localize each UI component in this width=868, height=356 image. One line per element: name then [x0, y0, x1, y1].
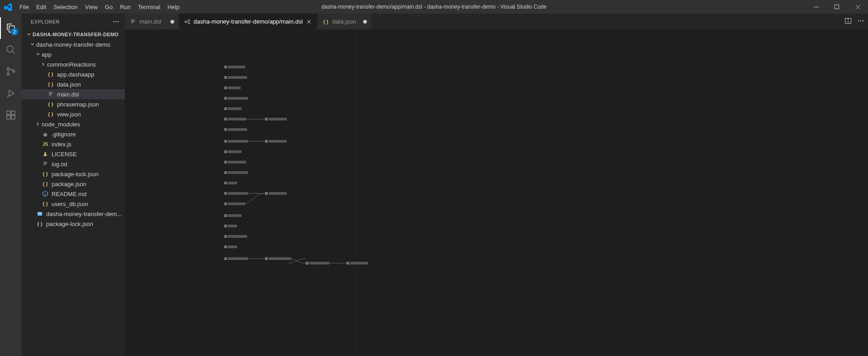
file-tree[interactable]: dasha-money-transfer-demoappcommonReacti…	[22, 39, 125, 356]
graph-node[interactable]	[224, 202, 245, 205]
graph-node[interactable]	[224, 235, 247, 238]
node-port[interactable]	[224, 171, 227, 174]
tree-file[interactable]: { }data.json	[22, 79, 125, 89]
graph-node[interactable]	[224, 257, 248, 260]
tab-main-dsl-graph[interactable]: dasha-money-transfer-demo/app/main.dsl	[179, 14, 318, 29]
node-body[interactable]	[228, 118, 246, 120]
tree-file[interactable]: { }view.json	[22, 109, 125, 119]
graph-node[interactable]	[224, 107, 242, 110]
node-port[interactable]	[224, 140, 227, 143]
tree-file[interactable]: main.dsl	[22, 89, 125, 99]
node-port[interactable]	[224, 225, 227, 227]
sidebar-actions[interactable]	[112, 18, 119, 25]
menu-selection[interactable]: Selection	[50, 0, 81, 14]
node-port[interactable]	[224, 107, 227, 110]
tree-file[interactable]: dasha-money-transfer-dem...	[22, 209, 125, 219]
tab-close-button[interactable]	[305, 18, 313, 25]
tab-main-dsl[interactable]: main.dsl	[125, 14, 179, 29]
graph-node[interactable]	[265, 140, 287, 143]
close-button[interactable]	[847, 0, 868, 14]
folder-header[interactable]: DASHA-MONEY-TRANSFER-DEMO	[22, 29, 125, 39]
graph-node[interactable]	[224, 171, 248, 174]
node-body[interactable]	[269, 192, 287, 195]
graph-node[interactable]	[224, 76, 247, 79]
node-body[interactable]	[228, 76, 247, 79]
activity-extensions[interactable]	[0, 104, 22, 126]
node-port[interactable]	[224, 214, 227, 217]
node-port[interactable]	[224, 150, 227, 153]
node-body[interactable]	[228, 107, 242, 110]
node-body[interactable]	[228, 66, 245, 68]
node-port[interactable]	[224, 235, 227, 238]
node-port[interactable]	[224, 245, 227, 248]
graph-node[interactable]	[224, 225, 237, 227]
node-body[interactable]	[269, 257, 291, 260]
node-body[interactable]	[228, 225, 237, 227]
node-port[interactable]	[224, 192, 227, 195]
minimize-button[interactable]	[806, 0, 826, 14]
node-body[interactable]	[309, 262, 329, 265]
menu-terminal[interactable]: Terminal	[134, 0, 164, 14]
graph-node[interactable]	[224, 87, 241, 89]
more-icon[interactable]	[112, 18, 119, 25]
tab-data-json[interactable]: { } data.json	[318, 14, 372, 29]
tree-file[interactable]: { }app.dashaapp	[22, 69, 125, 79]
menu-edit[interactable]: Edit	[33, 0, 50, 14]
node-port[interactable]	[224, 161, 227, 164]
node-port[interactable]	[224, 257, 227, 260]
menu-go[interactable]: Go	[101, 0, 116, 14]
node-port[interactable]	[224, 76, 227, 79]
node-port[interactable]	[224, 182, 227, 184]
graph-node[interactable]	[265, 118, 287, 120]
node-body[interactable]	[228, 245, 237, 248]
activity-explorer[interactable]: 2	[0, 17, 22, 39]
node-body[interactable]	[228, 202, 245, 205]
graph-node[interactable]	[224, 182, 237, 184]
node-body[interactable]	[228, 140, 248, 143]
graph-node[interactable]	[224, 161, 246, 164]
node-port[interactable]	[224, 66, 227, 68]
node-body[interactable]	[269, 140, 287, 143]
tree-folder[interactable]: node_modules	[22, 119, 125, 129]
tree-file[interactable]: { }package-lock.json	[22, 219, 125, 229]
menu-view[interactable]: View	[81, 0, 101, 14]
tree-folder[interactable]: app	[22, 49, 125, 59]
graph-node[interactable]	[224, 118, 246, 120]
tree-file[interactable]: log.txt	[22, 159, 125, 169]
more-actions-button[interactable]	[857, 17, 864, 26]
node-body[interactable]	[228, 87, 241, 89]
node-port[interactable]	[224, 202, 227, 205]
tree-file[interactable]: { }phrasemap.json	[22, 99, 125, 109]
node-body[interactable]	[228, 128, 247, 131]
node-body[interactable]	[228, 150, 242, 153]
tree-file[interactable]: { }package-lock.json	[22, 169, 125, 179]
node-port[interactable]	[224, 97, 227, 100]
node-body[interactable]	[228, 192, 248, 195]
activity-search[interactable]	[0, 39, 22, 61]
node-port[interactable]	[224, 118, 227, 120]
editor-body[interactable]	[125, 29, 868, 356]
node-body[interactable]	[269, 118, 287, 120]
tree-folder[interactable]: commonReactions	[22, 59, 125, 69]
node-port[interactable]	[265, 257, 268, 260]
node-body[interactable]	[228, 235, 247, 238]
graph-node[interactable]	[224, 245, 237, 248]
graph-node[interactable]	[346, 262, 368, 265]
activity-run-debug[interactable]	[0, 82, 22, 104]
node-port[interactable]	[265, 118, 268, 120]
graph-node[interactable]	[265, 257, 291, 260]
node-body[interactable]	[228, 171, 248, 174]
graph-node[interactable]	[224, 140, 248, 143]
node-body[interactable]	[228, 214, 242, 217]
graph-node[interactable]	[224, 214, 242, 217]
node-port[interactable]	[306, 262, 308, 265]
tree-file[interactable]: ◆.gitignore	[22, 129, 125, 139]
menu-file[interactable]: File	[16, 0, 33, 14]
tree-file[interactable]: { }package.json	[22, 179, 125, 189]
menu-run[interactable]: Run	[116, 0, 134, 14]
node-body[interactable]	[228, 97, 248, 100]
node-port[interactable]	[224, 128, 227, 131]
node-body[interactable]	[350, 262, 368, 265]
graph-node[interactable]	[306, 262, 329, 265]
node-port[interactable]	[346, 262, 349, 265]
